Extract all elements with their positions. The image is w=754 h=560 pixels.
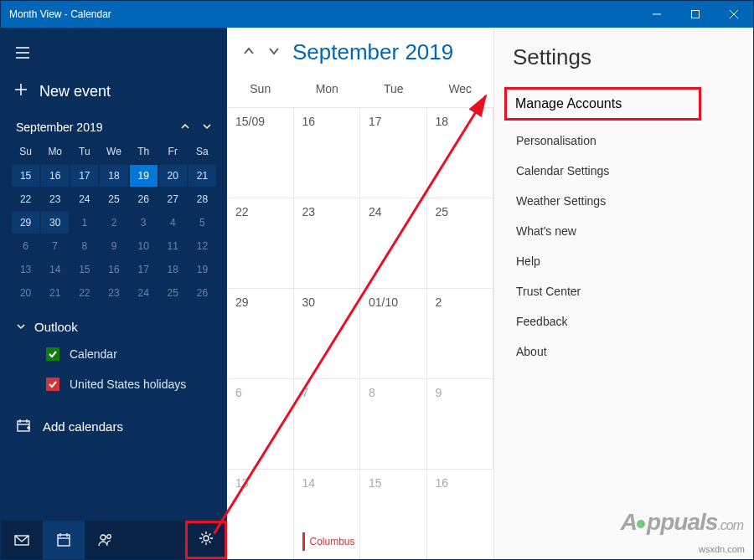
- account-toggle[interactable]: Outlook: [16, 320, 212, 334]
- mini-day[interactable]: 1: [70, 212, 98, 234]
- settings-item-what-s-new[interactable]: What's new: [513, 216, 735, 246]
- calendar-item[interactable]: Calendar: [16, 339, 212, 369]
- mini-day[interactable]: 16: [41, 165, 69, 187]
- day-cell[interactable]: 22: [227, 198, 294, 289]
- plus-icon: [14, 83, 28, 100]
- settings-item-personalisation[interactable]: Personalisation: [513, 126, 735, 156]
- hamburger-button[interactable]: [1, 36, 227, 73]
- mini-day[interactable]: 19: [188, 259, 216, 280]
- mini-day[interactable]: 15: [12, 165, 39, 187]
- settings-item-calendar-settings[interactable]: Calendar Settings: [513, 156, 735, 186]
- settings-item-manage-accounts[interactable]: Manage Accounts: [504, 87, 701, 121]
- day-cell[interactable]: 13: [227, 470, 294, 559]
- mini-day[interactable]: 19: [130, 165, 158, 187]
- mini-day[interactable]: 11: [159, 235, 187, 257]
- day-cell[interactable]: 16: [294, 108, 361, 198]
- mini-day[interactable]: 2: [100, 212, 127, 234]
- mini-prev-button[interactable]: [180, 121, 190, 134]
- day-cell[interactable]: 18: [427, 108, 494, 198]
- mini-day[interactable]: 3: [130, 212, 158, 234]
- mini-day[interactable]: 6: [12, 235, 39, 257]
- event-chip[interactable]: Columbus: [302, 532, 352, 551]
- calendar-item[interactable]: United States holidays: [16, 369, 212, 399]
- mini-day[interactable]: 16: [100, 259, 127, 280]
- add-calendars-button[interactable]: Add calendars: [1, 404, 227, 449]
- mini-day[interactable]: 20: [159, 165, 187, 187]
- mail-button[interactable]: [1, 521, 43, 559]
- mini-next-button[interactable]: [202, 121, 212, 134]
- mini-day[interactable]: 28: [188, 188, 216, 210]
- settings-item-trust-center[interactable]: Trust Center: [513, 276, 735, 306]
- day-cell[interactable]: 7: [294, 379, 361, 470]
- mini-day[interactable]: 23: [100, 282, 127, 304]
- day-cell[interactable]: 15/09: [227, 108, 294, 198]
- mini-day[interactable]: 26: [188, 282, 216, 304]
- mini-day[interactable]: 5: [188, 212, 216, 234]
- day-cell[interactable]: 17: [360, 108, 427, 198]
- day-cell[interactable]: 30: [294, 289, 361, 379]
- prev-month-button[interactable]: [240, 43, 257, 63]
- day-cell[interactable]: 25: [427, 198, 494, 289]
- month-title[interactable]: September 2019: [292, 39, 453, 65]
- day-cell[interactable]: 15: [360, 470, 427, 559]
- mini-day[interactable]: 29: [12, 212, 39, 234]
- mini-day[interactable]: 15: [70, 259, 98, 280]
- mini-day[interactable]: 17: [70, 165, 98, 187]
- day-cell[interactable]: 01/10: [360, 289, 427, 379]
- mini-day[interactable]: 18: [100, 165, 127, 187]
- day-cell[interactable]: 6: [227, 379, 294, 470]
- mini-day[interactable]: 8: [70, 235, 98, 257]
- mini-day[interactable]: 17: [130, 259, 158, 280]
- checkbox-icon[interactable]: [46, 347, 59, 361]
- mini-day[interactable]: 25: [159, 282, 187, 304]
- mini-day[interactable]: 25: [100, 188, 127, 210]
- settings-item-feedback[interactable]: Feedback: [513, 306, 735, 337]
- day-cell[interactable]: 9: [427, 379, 494, 470]
- maximize-button[interactable]: [676, 1, 715, 28]
- mini-day[interactable]: 26: [130, 188, 158, 210]
- settings-item-about[interactable]: About: [513, 337, 735, 367]
- day-cell[interactable]: 2: [427, 289, 494, 379]
- day-cell[interactable]: 16: [427, 470, 494, 559]
- day-cell[interactable]: 24: [360, 198, 427, 289]
- mini-day[interactable]: 22: [12, 188, 39, 210]
- svg-rect-16: [58, 535, 70, 546]
- day-number: 29: [235, 295, 285, 309]
- close-button[interactable]: [715, 1, 753, 28]
- people-button[interactable]: [85, 521, 127, 559]
- mini-day[interactable]: 23: [41, 188, 69, 210]
- mini-day[interactable]: 12: [188, 235, 216, 257]
- mini-day[interactable]: 20: [12, 282, 39, 304]
- settings-item-weather-settings[interactable]: Weather Settings: [513, 186, 735, 216]
- svg-rect-9: [18, 421, 29, 431]
- day-cell[interactable]: 8: [360, 379, 427, 470]
- day-number: 18: [436, 115, 485, 128]
- mini-day[interactable]: 21: [41, 282, 69, 304]
- mini-day[interactable]: 22: [70, 282, 98, 304]
- mini-day[interactable]: 9: [100, 235, 127, 257]
- mini-day[interactable]: 13: [12, 259, 39, 280]
- calendar-button[interactable]: [43, 521, 85, 559]
- mini-day[interactable]: 24: [70, 188, 98, 210]
- settings-item-help[interactable]: Help: [513, 246, 735, 276]
- mini-day[interactable]: 21: [188, 165, 216, 187]
- day-cell[interactable]: 23: [294, 198, 361, 289]
- next-month-button[interactable]: [266, 43, 282, 63]
- svg-rect-1: [692, 11, 700, 18]
- new-event-button[interactable]: New event: [1, 73, 227, 116]
- mini-day[interactable]: 18: [159, 259, 187, 280]
- day-cell[interactable]: 29: [227, 289, 294, 379]
- mini-day[interactable]: 24: [130, 282, 158, 304]
- settings-button[interactable]: [185, 521, 227, 559]
- day-cell[interactable]: 14Columbus: [294, 470, 361, 559]
- mini-day[interactable]: 4: [159, 212, 187, 234]
- mini-day[interactable]: 14: [41, 259, 69, 280]
- mini-day[interactable]: 7: [41, 235, 69, 257]
- mini-day[interactable]: 10: [130, 235, 158, 257]
- mini-day[interactable]: 27: [159, 188, 187, 210]
- mini-day[interactable]: 30: [41, 212, 69, 234]
- mini-dow: Mo: [40, 142, 70, 164]
- minimize-button[interactable]: [638, 1, 676, 28]
- checkbox-icon[interactable]: [46, 378, 59, 391]
- calendar-label: United States holidays: [70, 378, 186, 391]
